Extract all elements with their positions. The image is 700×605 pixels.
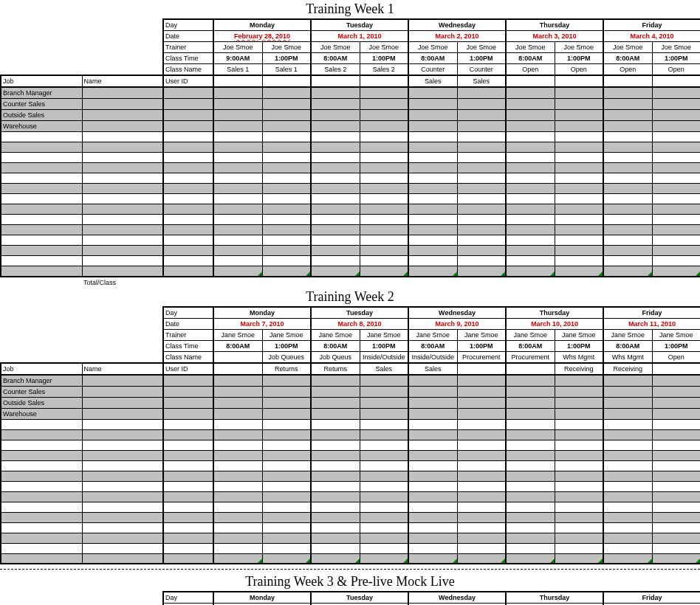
row-name[interactable] bbox=[82, 543, 163, 553]
data-cell[interactable] bbox=[360, 450, 408, 460]
row-userid[interactable] bbox=[163, 163, 213, 173]
data-cell[interactable] bbox=[360, 460, 408, 471]
data-cell[interactable] bbox=[360, 553, 408, 564]
data-cell[interactable] bbox=[555, 266, 603, 277]
row-job[interactable] bbox=[1, 502, 82, 512]
job-cell[interactable]: Branch Manager bbox=[1, 375, 82, 387]
userid-cell[interactable] bbox=[163, 397, 213, 408]
data-cell[interactable] bbox=[311, 121, 360, 132]
data-cell[interactable] bbox=[603, 512, 652, 522]
trainer-cell[interactable]: Joe Smoe bbox=[506, 42, 555, 53]
row-name[interactable] bbox=[82, 153, 163, 163]
data-cell[interactable] bbox=[213, 429, 262, 440]
row-userid[interactable] bbox=[163, 204, 213, 215]
data-cell[interactable] bbox=[262, 87, 311, 99]
classname-cell-2[interactable] bbox=[506, 363, 555, 375]
classname-cell[interactable]: Counter bbox=[408, 64, 457, 76]
row-job[interactable] bbox=[1, 184, 82, 194]
classname-cell[interactable]: Job Queues bbox=[262, 351, 311, 363]
data-cell[interactable] bbox=[262, 429, 311, 440]
name-cell[interactable] bbox=[82, 99, 163, 110]
data-cell[interactable] bbox=[652, 153, 700, 163]
data-cell[interactable] bbox=[408, 408, 457, 419]
data-cell[interactable] bbox=[360, 184, 408, 194]
data-cell[interactable] bbox=[457, 386, 506, 397]
row-name[interactable] bbox=[82, 246, 163, 256]
data-cell[interactable] bbox=[213, 215, 262, 225]
data-cell[interactable] bbox=[555, 121, 603, 132]
data-cell[interactable] bbox=[603, 502, 652, 512]
data-cell[interactable] bbox=[360, 440, 408, 450]
classname-cell[interactable]: Open bbox=[555, 64, 603, 76]
data-cell[interactable] bbox=[408, 132, 457, 142]
data-cell[interactable] bbox=[360, 246, 408, 256]
data-cell[interactable] bbox=[213, 386, 262, 397]
data-cell[interactable] bbox=[311, 194, 360, 204]
data-cell[interactable] bbox=[262, 386, 311, 397]
row-job[interactable] bbox=[1, 204, 82, 215]
data-cell[interactable] bbox=[555, 429, 603, 440]
name-cell[interactable] bbox=[82, 397, 163, 408]
classname-cell[interactable]: Whs Mgmt bbox=[603, 351, 652, 363]
trainer-cell[interactable]: Jane Smoe bbox=[408, 329, 457, 340]
data-cell[interactable] bbox=[652, 522, 700, 533]
data-cell[interactable] bbox=[408, 543, 457, 553]
data-cell[interactable] bbox=[311, 533, 360, 543]
classname-cell-2[interactable] bbox=[652, 363, 700, 375]
data-cell[interactable] bbox=[555, 246, 603, 256]
data-cell[interactable] bbox=[457, 460, 506, 471]
classname-cell[interactable]: Open bbox=[652, 351, 700, 363]
data-cell[interactable] bbox=[603, 471, 652, 481]
data-cell[interactable] bbox=[360, 99, 408, 110]
row-userid[interactable] bbox=[163, 543, 213, 553]
row-job[interactable] bbox=[1, 132, 82, 142]
data-cell[interactable] bbox=[506, 121, 555, 132]
data-cell[interactable] bbox=[555, 502, 603, 512]
userid-cell[interactable] bbox=[163, 110, 213, 121]
data-cell[interactable] bbox=[555, 163, 603, 173]
data-cell[interactable] bbox=[311, 471, 360, 481]
data-cell[interactable] bbox=[652, 235, 700, 246]
row-userid[interactable] bbox=[163, 173, 213, 184]
data-cell[interactable] bbox=[213, 502, 262, 512]
data-cell[interactable] bbox=[555, 440, 603, 450]
data-cell[interactable] bbox=[652, 194, 700, 204]
data-cell[interactable] bbox=[506, 460, 555, 471]
job-cell[interactable]: Outside Sales bbox=[1, 397, 82, 408]
data-cell[interactable] bbox=[555, 471, 603, 481]
classname-cell[interactable]: Counter bbox=[457, 64, 506, 76]
schedule-table[interactable]: DayMondayTuesdayWednesdayThursdayFridayD… bbox=[0, 18, 700, 288]
data-cell[interactable] bbox=[408, 235, 457, 246]
data-cell[interactable] bbox=[360, 225, 408, 235]
row-name[interactable] bbox=[82, 491, 163, 502]
data-cell[interactable] bbox=[213, 194, 262, 204]
data-cell[interactable] bbox=[311, 375, 360, 387]
data-cell[interactable] bbox=[652, 533, 700, 543]
data-cell[interactable] bbox=[652, 99, 700, 110]
data-cell[interactable] bbox=[213, 153, 262, 163]
classname-cell-2[interactable] bbox=[652, 75, 700, 87]
data-cell[interactable] bbox=[555, 491, 603, 502]
row-userid[interactable] bbox=[163, 256, 213, 266]
data-cell[interactable] bbox=[311, 99, 360, 110]
time-cell[interactable]: 1:00PM bbox=[262, 340, 311, 351]
data-cell[interactable] bbox=[408, 99, 457, 110]
name-cell[interactable] bbox=[82, 110, 163, 121]
data-cell[interactable] bbox=[652, 256, 700, 266]
row-job[interactable] bbox=[1, 266, 82, 277]
row-job[interactable] bbox=[1, 235, 82, 246]
data-cell[interactable] bbox=[360, 87, 408, 99]
trainer-cell[interactable]: Joe Smoe bbox=[311, 42, 360, 53]
data-cell[interactable] bbox=[360, 204, 408, 215]
data-cell[interactable] bbox=[457, 204, 506, 215]
row-name[interactable] bbox=[82, 533, 163, 543]
data-cell[interactable] bbox=[506, 502, 555, 512]
row-name[interactable] bbox=[82, 184, 163, 194]
data-cell[interactable] bbox=[213, 173, 262, 184]
data-cell[interactable] bbox=[311, 440, 360, 450]
data-cell[interactable] bbox=[213, 408, 262, 419]
row-name[interactable] bbox=[82, 450, 163, 460]
userid-cell[interactable] bbox=[163, 408, 213, 419]
row-name[interactable] bbox=[82, 440, 163, 450]
data-cell[interactable] bbox=[457, 173, 506, 184]
